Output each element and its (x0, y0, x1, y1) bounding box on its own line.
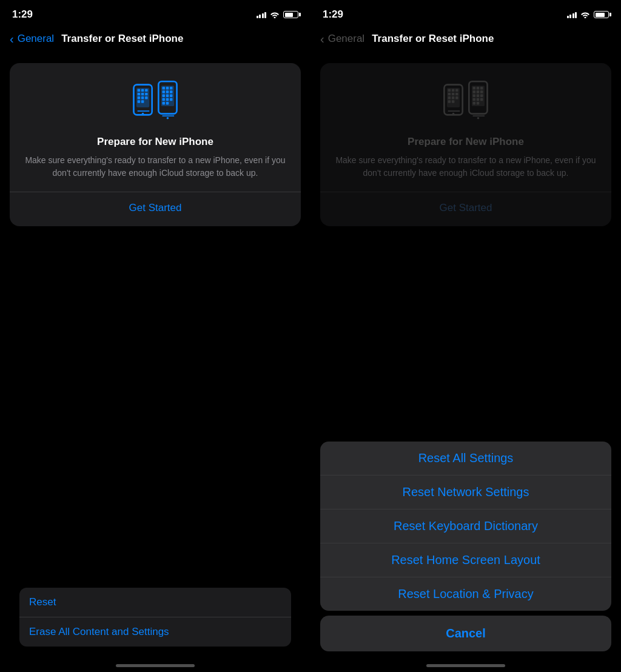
svg-rect-39 (455, 89, 458, 92)
battery-icon-right (594, 11, 609, 18)
status-icons-left (257, 11, 299, 18)
svg-rect-45 (455, 96, 458, 99)
svg-rect-21 (170, 87, 172, 89)
svg-point-3 (142, 113, 144, 115)
back-button-left[interactable]: ‹ General (10, 32, 54, 46)
nav-bar-right: ‹ General Transfer or Reset iPhone (310, 27, 621, 53)
nav-bar-left: ‹ General Transfer or Reset iPhone (0, 27, 310, 53)
home-indicator-left (0, 651, 310, 672)
back-button-right[interactable]: ‹ General (320, 32, 364, 46)
svg-rect-13 (138, 100, 140, 102)
card-description-left: Make sure everything's ready to transfer… (22, 154, 289, 180)
prepare-card-left: Prepare for New iPhone Make sure everyth… (10, 63, 301, 226)
action-reset-location-privacy[interactable]: Reset Location & Privacy (320, 577, 611, 611)
svg-rect-40 (448, 93, 451, 95)
right-panel: 1:29 ‹ General Transfer or Reset iPhone (310, 0, 621, 672)
card-icon-left (131, 78, 180, 126)
home-indicator-right (310, 651, 621, 672)
svg-rect-41 (452, 93, 454, 95)
action-reset-all-settings-label: Reset All Settings (418, 451, 514, 465)
reset-list: Reset Erase All Content and Settings (19, 588, 291, 647)
left-panel: 1:29 ‹ General Transfer or Reset iPhone (0, 0, 310, 672)
wifi-icon-left (270, 11, 280, 18)
svg-rect-42 (455, 93, 458, 95)
content-left: Prepare for New iPhone Make sure everyth… (0, 53, 310, 331)
card-divider-left (10, 192, 301, 192)
chevron-left-icon-right: ‹ (320, 32, 324, 46)
svg-rect-64 (473, 102, 475, 104)
svg-rect-57 (480, 90, 483, 93)
svg-rect-32 (166, 102, 169, 104)
svg-rect-62 (477, 98, 479, 101)
action-reset-network-settings[interactable]: Reset Network Settings (320, 475, 611, 509)
list-item-erase[interactable]: Erase All Content and Settings (19, 617, 291, 647)
status-icons-right (567, 11, 609, 18)
signal-icon-left (257, 11, 267, 18)
svg-rect-29 (166, 98, 169, 101)
status-bar-left: 1:29 (0, 0, 310, 27)
nav-title-left: Transfer or Reset iPhone (61, 33, 183, 45)
svg-point-51 (477, 117, 480, 119)
svg-rect-53 (477, 87, 479, 89)
prepare-card-right: Prepare for New iPhone Make sure everyth… (320, 63, 611, 226)
svg-point-36 (452, 113, 455, 115)
action-reset-all-settings[interactable]: Reset All Settings (320, 442, 611, 475)
action-cancel-label: Cancel (446, 627, 486, 640)
bottom-list-left: Reset Erase All Content and Settings (0, 588, 310, 647)
status-time-left: 1:29 (12, 8, 33, 21)
action-reset-keyboard-dictionary-label: Reset Keyboard Dictionary (394, 519, 538, 533)
action-cancel-button[interactable]: Cancel (320, 616, 611, 651)
svg-rect-28 (163, 98, 165, 101)
svg-rect-61 (473, 98, 475, 101)
svg-rect-37 (448, 89, 451, 92)
svg-rect-43 (448, 96, 451, 99)
action-sheet: Reset All Settings Reset Network Setting… (320, 442, 611, 651)
svg-rect-6 (145, 89, 147, 92)
back-label-left: General (18, 33, 54, 45)
svg-rect-56 (477, 90, 479, 93)
svg-rect-22 (163, 90, 165, 93)
svg-rect-52 (473, 87, 475, 89)
svg-rect-7 (138, 93, 140, 95)
svg-rect-12 (145, 96, 147, 99)
card-title-left: Prepare for New iPhone (97, 136, 213, 148)
card-icon-right (441, 78, 490, 126)
svg-rect-27 (170, 95, 172, 97)
svg-rect-4 (138, 89, 140, 92)
chevron-left-icon-left: ‹ (10, 32, 14, 46)
action-reset-network-settings-label: Reset Network Settings (403, 485, 529, 499)
list-item-reset[interactable]: Reset (19, 588, 291, 617)
svg-rect-60 (480, 95, 483, 97)
svg-rect-38 (452, 89, 454, 92)
svg-rect-59 (477, 95, 479, 97)
svg-rect-54 (480, 87, 483, 89)
svg-rect-46 (448, 100, 451, 102)
nav-title-right: Transfer or Reset iPhone (372, 33, 494, 45)
list-item-reset-label: Reset (29, 596, 56, 608)
signal-icon-right (567, 11, 577, 18)
content-right: Prepare for New iPhone Make sure everyth… (310, 53, 621, 226)
card-title-right: Prepare for New iPhone (408, 136, 524, 148)
action-reset-home-screen-layout[interactable]: Reset Home Screen Layout (320, 543, 611, 577)
get-started-button-left[interactable]: Get Started (129, 202, 182, 214)
svg-rect-31 (163, 102, 165, 104)
svg-rect-8 (141, 93, 144, 95)
back-label-right: General (328, 33, 364, 45)
get-started-button-right[interactable]: Get Started (440, 202, 492, 214)
card-description-right: Make sure everything's ready to transfer… (332, 154, 599, 180)
svg-rect-9 (145, 93, 147, 95)
svg-rect-11 (141, 96, 144, 99)
svg-rect-63 (480, 98, 483, 101)
card-divider-right (320, 192, 611, 192)
svg-rect-14 (141, 100, 144, 102)
action-reset-keyboard-dictionary[interactable]: Reset Keyboard Dictionary (320, 509, 611, 543)
list-item-erase-label: Erase All Content and Settings (29, 626, 169, 637)
wifi-icon-right (580, 11, 590, 18)
svg-rect-10 (138, 96, 140, 99)
svg-rect-24 (170, 90, 172, 93)
home-bar-right (426, 664, 505, 667)
action-sheet-group: Reset All Settings Reset Network Setting… (320, 442, 611, 611)
action-reset-location-privacy-label: Reset Location & Privacy (398, 587, 533, 600)
status-bar-right: 1:29 (310, 0, 621, 27)
svg-rect-20 (166, 87, 169, 89)
